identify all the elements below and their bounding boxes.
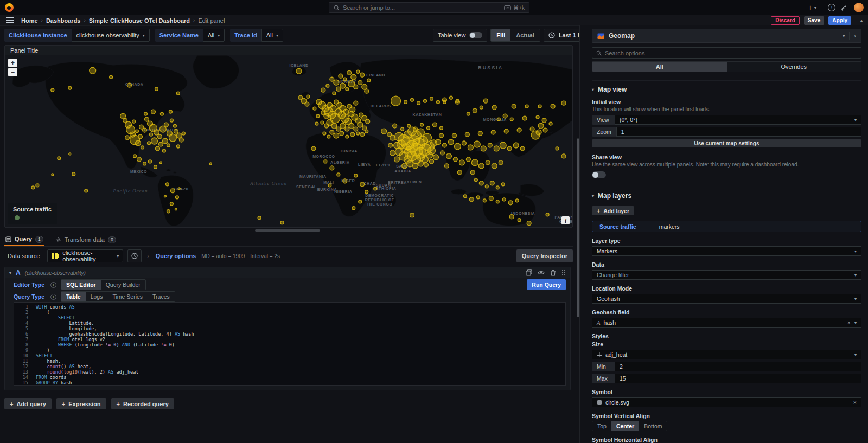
query-row-header[interactable]: ▾ A (clickhouse-observability) [5, 267, 570, 278]
map-marker[interactable] [489, 196, 493, 201]
map-marker[interactable] [463, 195, 467, 198]
map-marker[interactable] [424, 99, 427, 102]
map-marker[interactable] [155, 146, 159, 151]
apply-button[interactable]: Apply [828, 16, 851, 25]
traces-option[interactable]: Traces [148, 292, 175, 301]
geohash-field-select[interactable]: A hash ×▾ [592, 318, 861, 328]
section-map-layers-header[interactable]: ▾Map layers [592, 192, 861, 200]
location-mode-select[interactable]: Geohash▾ [592, 294, 861, 304]
map-marker[interactable] [307, 95, 310, 98]
sql-line[interactable]: 6 geohashEncode(Longitude, Latitude, 4) … [14, 331, 565, 337]
map-marker[interactable] [366, 119, 370, 124]
map-marker[interactable] [424, 163, 429, 167]
map-marker[interactable] [512, 104, 516, 108]
map-marker[interactable] [496, 200, 499, 203]
map-marker[interactable] [351, 74, 356, 80]
view-select[interactable]: (0°, 0°)▾ [615, 115, 861, 125]
map-marker[interactable] [402, 163, 407, 169]
map-marker[interactable] [162, 149, 165, 152]
map-marker[interactable] [330, 166, 334, 170]
variable-value-dropdown[interactable]: All▾ [203, 29, 225, 42]
share-view-toggle[interactable] [592, 171, 606, 178]
map-marker[interactable] [330, 105, 336, 112]
map-marker[interactable] [145, 117, 149, 121]
map-marker[interactable] [428, 147, 436, 155]
map-zoom-out-button[interactable]: − [8, 68, 17, 76]
map-marker[interactable] [178, 188, 180, 190]
map-marker[interactable] [365, 89, 369, 93]
map-marker[interactable] [340, 83, 346, 88]
map-marker[interactable] [167, 144, 170, 147]
map-marker[interactable] [391, 96, 401, 106]
sql-line[interactable]: 9 ) [14, 348, 565, 353]
map-marker[interactable] [164, 195, 166, 197]
map-marker[interactable] [169, 134, 176, 142]
map-marker[interactable] [31, 186, 35, 189]
clear-icon[interactable]: × [853, 399, 857, 406]
map-marker[interactable] [143, 162, 146, 165]
map-marker[interactable] [508, 201, 513, 205]
map-marker[interactable] [174, 129, 178, 133]
sql-line[interactable]: 11 hash, [14, 358, 565, 364]
map-marker[interactable] [72, 172, 75, 176]
map-marker[interactable] [542, 118, 546, 123]
map-marker[interactable] [350, 132, 355, 137]
resize-handle[interactable] [255, 229, 320, 232]
map-marker[interactable] [503, 114, 507, 118]
map-marker[interactable] [58, 157, 61, 160]
map-marker[interactable] [417, 101, 420, 105]
map-marker[interactable] [452, 133, 456, 138]
sql-line[interactable]: 8 WHERE (Longitude != 0) AND (Latitude !… [14, 342, 565, 348]
map-marker[interactable] [510, 118, 513, 121]
map-marker[interactable] [349, 123, 354, 129]
map-marker[interactable] [164, 123, 168, 127]
map-marker[interactable] [151, 110, 155, 114]
query-inspector-button[interactable]: Query Inspector [516, 249, 573, 262]
map-marker[interactable] [556, 147, 559, 150]
map-marker[interactable] [343, 78, 347, 81]
max-input[interactable]: 15 [615, 374, 861, 383]
map-marker[interactable] [333, 92, 336, 95]
map-marker[interactable] [513, 143, 519, 148]
map-marker[interactable] [388, 143, 393, 147]
map-marker[interactable] [436, 100, 439, 104]
zoom-input[interactable]: 1 [616, 127, 861, 137]
map-marker[interactable] [365, 190, 368, 194]
map-marker[interactable] [443, 100, 446, 104]
map-marker[interactable] [480, 106, 483, 109]
map-marker[interactable] [459, 160, 464, 165]
map-marker[interactable] [334, 80, 339, 85]
map-marker[interactable] [448, 139, 454, 145]
map-marker[interactable] [336, 127, 341, 131]
sql-line[interactable]: 15GROUP BY hash [14, 380, 565, 386]
map-marker[interactable] [538, 105, 541, 108]
map-marker[interactable] [346, 87, 349, 91]
sql-line[interactable]: 1WITH coords AS [14, 304, 565, 310]
align-bottom-option[interactable]: Bottom [639, 421, 667, 431]
map-marker[interactable] [358, 80, 362, 85]
run-query-button[interactable]: Run Query [527, 279, 566, 290]
discard-button[interactable]: Discard [771, 16, 800, 25]
map-marker[interactable] [176, 145, 180, 148]
map-marker[interactable] [209, 163, 212, 165]
map-marker[interactable] [358, 122, 363, 127]
map-marker[interactable] [280, 221, 284, 224]
map-marker[interactable] [158, 142, 163, 146]
map-marker[interactable] [173, 124, 176, 127]
map-marker[interactable] [337, 173, 340, 176]
map-marker[interactable] [127, 83, 132, 87]
map-marker[interactable] [469, 197, 474, 202]
map-marker[interactable] [352, 207, 355, 210]
map-marker[interactable] [543, 128, 547, 132]
map-marker[interactable] [430, 159, 434, 164]
map-marker[interactable] [311, 146, 316, 151]
map-marker[interactable] [143, 128, 147, 132]
sidebar-scrollbar[interactable] [577, 138, 579, 317]
menu-icon[interactable] [6, 17, 14, 23]
map-marker[interactable] [170, 202, 173, 206]
size-field-select[interactable]: adj_heat ▾ [592, 350, 861, 359]
map-attribution-button[interactable]: i [561, 216, 570, 224]
map-marker[interactable] [483, 199, 486, 202]
symbol-select[interactable]: circle.svg × [592, 397, 861, 407]
map-marker[interactable] [470, 170, 475, 175]
